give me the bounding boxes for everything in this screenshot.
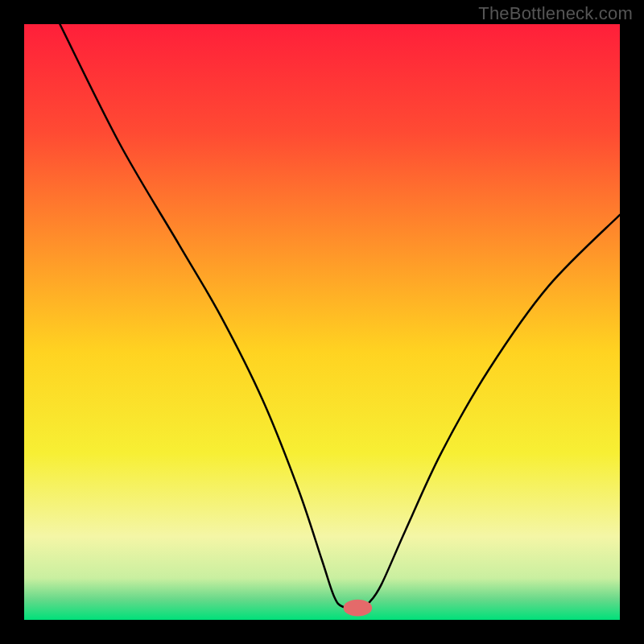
plot-area xyxy=(24,24,620,620)
watermark-text: TheBottleneck.com xyxy=(478,3,633,24)
plot-background xyxy=(24,24,620,620)
chart-frame: TheBottleneck.com xyxy=(0,0,644,644)
plot-svg xyxy=(24,24,620,620)
optimal-point-marker xyxy=(344,600,373,617)
